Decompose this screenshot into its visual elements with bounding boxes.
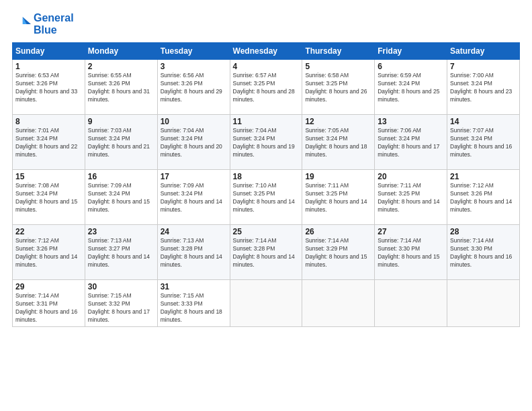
calendar-cell: 12Sunrise: 7:05 AMSunset: 3:24 PMDayligh… [302, 115, 375, 170]
day-info: Sunrise: 7:11 AMSunset: 3:25 PMDaylight:… [305, 182, 371, 214]
calendar-cell: 19Sunrise: 7:11 AMSunset: 3:25 PMDayligh… [302, 170, 375, 225]
day-number: 29 [15, 282, 82, 291]
calendar-cell: 1Sunrise: 6:53 AMSunset: 3:26 PMDaylight… [13, 60, 85, 115]
calendar-cell: 22Sunrise: 7:12 AMSunset: 3:26 PMDayligh… [13, 225, 85, 280]
weekday-header-tuesday: Tuesday [157, 43, 230, 60]
day-number: 26 [305, 227, 371, 236]
calendar-cell: 10Sunrise: 7:04 AMSunset: 3:24 PMDayligh… [157, 115, 230, 170]
calendar-cell [375, 280, 447, 327]
day-number: 6 [378, 62, 444, 71]
calendar-week-2: 8Sunrise: 7:01 AMSunset: 3:24 PMDaylight… [13, 115, 520, 170]
calendar-cell: 23Sunrise: 7:13 AMSunset: 3:27 PMDayligh… [85, 225, 157, 280]
day-number: 12 [305, 117, 371, 126]
weekday-header-sunday: Sunday [13, 43, 85, 60]
day-number: 14 [450, 117, 517, 126]
day-info: Sunrise: 7:14 AMSunset: 3:30 PMDaylight:… [378, 237, 444, 269]
day-info: Sunrise: 7:15 AMSunset: 3:32 PMDaylight:… [88, 292, 154, 324]
day-info: Sunrise: 7:08 AMSunset: 3:24 PMDaylight:… [15, 182, 82, 214]
calendar-cell: 24Sunrise: 7:13 AMSunset: 3:28 PMDayligh… [157, 225, 230, 280]
calendar-cell: 15Sunrise: 7:08 AMSunset: 3:24 PMDayligh… [13, 170, 85, 225]
calendar-cell: 8Sunrise: 7:01 AMSunset: 3:24 PMDaylight… [13, 115, 85, 170]
day-number: 15 [15, 172, 82, 181]
calendar-cell: 20Sunrise: 7:11 AMSunset: 3:25 PMDayligh… [375, 170, 447, 225]
day-info: Sunrise: 7:05 AMSunset: 3:24 PMDaylight:… [305, 127, 371, 159]
day-info: Sunrise: 7:12 AMSunset: 3:26 PMDaylight:… [15, 237, 82, 269]
day-info: Sunrise: 7:14 AMSunset: 3:30 PMDaylight:… [450, 237, 517, 269]
day-number: 8 [15, 117, 82, 126]
calendar-table: SundayMondayTuesdayWednesdayThursdayFrid… [12, 42, 520, 327]
day-info: Sunrise: 6:53 AMSunset: 3:26 PMDaylight:… [15, 72, 82, 104]
weekday-header-thursday: Thursday [302, 43, 375, 60]
calendar-cell: 13Sunrise: 7:06 AMSunset: 3:24 PMDayligh… [375, 115, 447, 170]
day-number: 7 [450, 62, 517, 71]
day-number: 19 [305, 172, 371, 181]
logo: General Blue [12, 12, 74, 36]
day-number: 4 [233, 62, 300, 71]
calendar-cell: 17Sunrise: 7:09 AMSunset: 3:24 PMDayligh… [157, 170, 230, 225]
day-number: 21 [450, 172, 517, 181]
day-number: 20 [378, 172, 444, 181]
day-info: Sunrise: 7:09 AMSunset: 3:24 PMDaylight:… [161, 182, 227, 214]
calendar-cell: 16Sunrise: 7:09 AMSunset: 3:24 PMDayligh… [85, 170, 157, 225]
day-number: 27 [378, 227, 444, 236]
calendar-cell: 31Sunrise: 7:15 AMSunset: 3:33 PMDayligh… [157, 280, 230, 327]
day-info: Sunrise: 7:15 AMSunset: 3:33 PMDaylight:… [161, 292, 227, 324]
day-number: 17 [161, 172, 227, 181]
day-info: Sunrise: 7:10 AMSunset: 3:25 PMDaylight:… [233, 182, 300, 214]
calendar-cell: 11Sunrise: 7:04 AMSunset: 3:24 PMDayligh… [230, 115, 302, 170]
day-info: Sunrise: 7:09 AMSunset: 3:24 PMDaylight:… [88, 182, 154, 214]
calendar-cell: 6Sunrise: 6:59 AMSunset: 3:24 PMDaylight… [375, 60, 447, 115]
calendar-cell: 26Sunrise: 7:14 AMSunset: 3:29 PMDayligh… [302, 225, 375, 280]
day-info: Sunrise: 6:56 AMSunset: 3:26 PMDaylight:… [161, 72, 227, 104]
day-number: 2 [88, 62, 154, 71]
day-info: Sunrise: 6:57 AMSunset: 3:25 PMDaylight:… [233, 72, 300, 104]
calendar-cell: 5Sunrise: 6:58 AMSunset: 3:25 PMDaylight… [302, 60, 375, 115]
calendar-cell: 3Sunrise: 6:56 AMSunset: 3:26 PMDaylight… [157, 60, 230, 115]
day-info: Sunrise: 7:14 AMSunset: 3:28 PMDaylight:… [233, 237, 300, 269]
calendar-cell: 29Sunrise: 7:14 AMSunset: 3:31 PMDayligh… [13, 280, 85, 327]
weekday-header-saturday: Saturday [447, 43, 520, 60]
day-number: 16 [88, 172, 154, 181]
weekday-header-monday: Monday [85, 43, 157, 60]
day-info: Sunrise: 7:07 AMSunset: 3:24 PMDaylight:… [450, 127, 517, 159]
day-number: 28 [450, 227, 517, 236]
calendar-cell: 27Sunrise: 7:14 AMSunset: 3:30 PMDayligh… [375, 225, 447, 280]
day-info: Sunrise: 7:04 AMSunset: 3:24 PMDaylight:… [233, 127, 300, 159]
calendar-cell: 14Sunrise: 7:07 AMSunset: 3:24 PMDayligh… [447, 115, 520, 170]
calendar-week-3: 15Sunrise: 7:08 AMSunset: 3:24 PMDayligh… [13, 170, 520, 225]
weekday-header-row: SundayMondayTuesdayWednesdayThursdayFrid… [13, 43, 520, 60]
calendar-cell: 4Sunrise: 6:57 AMSunset: 3:25 PMDaylight… [230, 60, 302, 115]
day-number: 10 [161, 117, 227, 126]
calendar-week-1: 1Sunrise: 6:53 AMSunset: 3:26 PMDaylight… [13, 60, 520, 115]
calendar-cell: 18Sunrise: 7:10 AMSunset: 3:25 PMDayligh… [230, 170, 302, 225]
calendar-cell: 25Sunrise: 7:14 AMSunset: 3:28 PMDayligh… [230, 225, 302, 280]
day-number: 11 [233, 117, 300, 126]
logo-general: General [34, 12, 74, 24]
day-number: 9 [88, 117, 154, 126]
day-number: 13 [378, 117, 444, 126]
day-number: 22 [15, 227, 82, 236]
weekday-header-friday: Friday [375, 43, 447, 60]
day-number: 3 [161, 62, 227, 71]
day-number: 30 [88, 282, 154, 291]
day-info: Sunrise: 6:55 AMSunset: 3:26 PMDaylight:… [88, 72, 154, 104]
day-info: Sunrise: 7:00 AMSunset: 3:24 PMDaylight:… [450, 72, 517, 104]
weekday-header-wednesday: Wednesday [230, 43, 302, 60]
calendar-week-5: 29Sunrise: 7:14 AMSunset: 3:31 PMDayligh… [13, 280, 520, 327]
day-number: 31 [161, 282, 227, 291]
calendar-cell: 9Sunrise: 7:03 AMSunset: 3:24 PMDaylight… [85, 115, 157, 170]
day-number: 24 [161, 227, 227, 236]
calendar-cell: 28Sunrise: 7:14 AMSunset: 3:30 PMDayligh… [447, 225, 520, 280]
day-info: Sunrise: 7:03 AMSunset: 3:24 PMDaylight:… [88, 127, 154, 159]
day-info: Sunrise: 6:59 AMSunset: 3:24 PMDaylight:… [378, 72, 444, 104]
logo-text-block: General Blue [34, 12, 74, 36]
logo-blue: Blue [34, 24, 74, 36]
calendar-cell: 7Sunrise: 7:00 AMSunset: 3:24 PMDaylight… [447, 60, 520, 115]
day-info: Sunrise: 7:11 AMSunset: 3:25 PMDaylight:… [378, 182, 444, 214]
day-info: Sunrise: 7:04 AMSunset: 3:24 PMDaylight:… [161, 127, 227, 159]
calendar-cell [447, 280, 520, 327]
day-info: Sunrise: 6:58 AMSunset: 3:25 PMDaylight:… [305, 72, 371, 104]
svg-rect-3 [12, 15, 23, 34]
day-info: Sunrise: 7:12 AMSunset: 3:26 PMDaylight:… [450, 182, 517, 214]
day-number: 1 [15, 62, 82, 71]
